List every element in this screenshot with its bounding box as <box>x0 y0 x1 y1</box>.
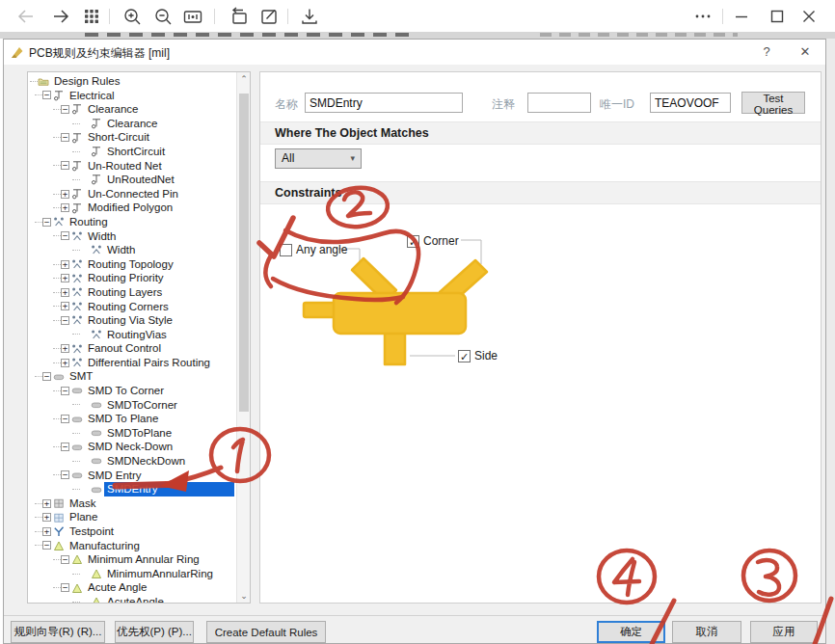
tree-item-acute-angle[interactable]: −Acute Angle <box>30 580 234 595</box>
back-icon[interactable] <box>15 6 37 27</box>
tree-item-design-rules[interactable]: Design Rules <box>30 74 234 89</box>
tree-item-minimumannularring[interactable]: MinimumAnnularRing <box>30 567 234 581</box>
tree-item-smdneckdown[interactable]: SMDNeckDown <box>30 454 234 469</box>
expand-icon[interactable]: + <box>61 260 69 269</box>
expand-icon[interactable]: + <box>42 499 51 508</box>
collapse-icon[interactable]: − <box>61 105 69 114</box>
tree-item-routing-corners[interactable]: +Routing Corners <box>30 300 234 314</box>
tree-item-width[interactable]: Width <box>30 243 234 257</box>
tree-item-label: Minimum Annular Ring <box>85 552 202 567</box>
priorities-button[interactable]: 优先权(P) (P)... <box>115 621 194 643</box>
apply-button[interactable]: 应用 <box>750 621 818 643</box>
tree-item-routing-topology[interactable]: +Routing Topology <box>30 257 234 272</box>
tree-item-smd-to-corner[interactable]: −SMD To Corner <box>30 384 234 398</box>
tree-item-fanout-control[interactable]: +Fanout Control <box>30 341 234 356</box>
minimize-icon[interactable] <box>731 6 752 27</box>
expand-icon[interactable]: + <box>61 274 69 282</box>
expand-icon[interactable]: + <box>61 359 69 367</box>
tree-item-un-routed-net[interactable]: −Un-Routed Net <box>30 159 234 174</box>
collapse-icon[interactable]: − <box>61 470 69 479</box>
tree-item-smd-to-plane[interactable]: −SMD To Plane <box>30 412 234 426</box>
tree-item-smt[interactable]: −SMT <box>30 369 234 384</box>
help-button[interactable]: ? <box>758 43 775 61</box>
tree-item-clearance[interactable]: Clearance <box>30 117 234 131</box>
tree-item-shortcircuit[interactable]: ShortCircuit <box>30 145 234 159</box>
unique-id-label: 唯一ID <box>600 96 634 113</box>
scope-select[interactable]: All ▾ <box>275 148 362 169</box>
tree-item-routing-via-style[interactable]: −Routing Via Style <box>30 313 234 328</box>
maximize-icon[interactable] <box>767 6 788 27</box>
tree-item-width[interactable]: −Width <box>30 229 234 244</box>
collapse-icon[interactable]: − <box>42 91 51 99</box>
one-to-one-icon[interactable] <box>182 6 203 27</box>
collapse-icon[interactable]: − <box>61 161 69 170</box>
tree-item-smd-entry[interactable]: −SMD Entry <box>30 469 234 483</box>
checkbox-any-angle[interactable] <box>280 244 292 256</box>
rule-wizard-button[interactable]: 规则向导(R) (R)... <box>11 621 105 643</box>
scrollbar-thumb[interactable] <box>239 94 249 412</box>
tree-item-short-circuit[interactable]: −Short-Circuit <box>30 130 234 145</box>
expand-icon[interactable]: + <box>61 203 69 212</box>
collapse-icon[interactable]: − <box>61 387 69 395</box>
download-icon[interactable] <box>299 6 320 27</box>
expand-icon[interactable]: + <box>61 302 69 310</box>
tree-item-mask[interactable]: +Mask <box>30 496 234 511</box>
tree-item-plane[interactable]: +Plane <box>30 510 234 524</box>
tree-item-routing[interactable]: −Routing <box>30 215 234 229</box>
tree-scrollbar[interactable]: ⌃ ⌄ <box>236 72 250 603</box>
rotate-page-icon[interactable] <box>229 6 250 27</box>
create-default-rules-button[interactable]: Create Default Rules <box>206 621 326 643</box>
name-input[interactable] <box>305 93 463 113</box>
comment-input[interactable] <box>527 93 591 113</box>
tree-item-smdentry[interactable]: SMDEntry <box>30 482 234 496</box>
collapse-icon[interactable]: − <box>61 583 69 592</box>
tree-item-smd-neck-down[interactable]: −SMD Neck-Down <box>30 440 234 454</box>
edit-icon[interactable] <box>258 6 280 27</box>
expand-icon[interactable]: + <box>61 288 69 297</box>
tree-connector <box>53 165 61 166</box>
checkbox-corner[interactable]: ✓ <box>407 235 419 248</box>
expand-icon[interactable]: + <box>42 513 51 522</box>
scroll-up-icon[interactable]: ⌃ <box>237 72 251 86</box>
tree-item-modified-polygon[interactable]: +Modified Polygon <box>30 201 234 215</box>
tree-item-smdtoplane[interactable]: SMDToPlane <box>30 426 234 441</box>
tree-item-minimum-annular-ring[interactable]: −Minimum Annular Ring <box>30 552 234 567</box>
tree-item-electrical[interactable]: −Electrical <box>30 89 234 103</box>
tree-item-acuteangle[interactable]: AcuteAngle <box>30 595 234 603</box>
collapse-icon[interactable]: − <box>42 541 51 550</box>
collapse-icon[interactable]: − <box>61 555 69 564</box>
cancel-button[interactable]: 取消 <box>672 621 741 643</box>
ok-button[interactable]: 确定 <box>597 621 665 643</box>
close-dialog-button[interactable]: ✕ <box>796 43 814 61</box>
tree-item-un-connected-pin[interactable]: +Un-Connected Pin <box>30 187 234 201</box>
zoom-in-icon[interactable] <box>121 6 143 27</box>
tree-item-differential-pairs-routing[interactable]: +Differential Pairs Routing <box>30 356 234 370</box>
tree-item-unroutednet[interactable]: UnRoutedNet <box>30 173 234 187</box>
expand-icon[interactable]: + <box>61 344 69 353</box>
collapse-icon[interactable]: − <box>61 231 69 240</box>
collapse-icon[interactable]: − <box>61 316 69 325</box>
collapse-icon[interactable]: − <box>61 415 69 423</box>
tree-item-clearance[interactable]: −Clearance <box>30 102 234 117</box>
more-icon[interactable] <box>692 6 714 27</box>
collapse-icon[interactable]: − <box>61 133 69 142</box>
expand-icon[interactable]: + <box>61 190 69 199</box>
apps-grid-icon[interactable] <box>81 6 102 27</box>
forward-icon[interactable] <box>50 6 71 27</box>
test-queries-button[interactable]: Test Queries <box>741 92 805 114</box>
tree-item-manufacturing[interactable]: −Manufacturing <box>30 539 234 553</box>
scroll-down-icon[interactable]: ⌄ <box>237 589 251 603</box>
unique-id-input[interactable] <box>650 93 731 113</box>
tree-item-testpoint[interactable]: +Testpoint <box>30 524 234 539</box>
tree-item-routingvias[interactable]: RoutingVias <box>30 328 234 342</box>
tree-item-routing-layers[interactable]: +Routing Layers <box>30 285 234 300</box>
expand-icon[interactable]: + <box>42 527 51 536</box>
checkbox-side[interactable]: ✓ <box>458 350 471 362</box>
collapse-icon[interactable]: − <box>61 443 69 451</box>
tree-item-smdtocorner[interactable]: SMDToCorner <box>30 398 234 413</box>
close-window-icon[interactable] <box>798 6 820 27</box>
collapse-icon[interactable]: − <box>42 218 51 227</box>
tree-item-routing-priority[interactable]: +Routing Priority <box>30 271 234 285</box>
zoom-out-icon[interactable] <box>152 6 174 27</box>
collapse-icon[interactable]: − <box>42 372 51 381</box>
